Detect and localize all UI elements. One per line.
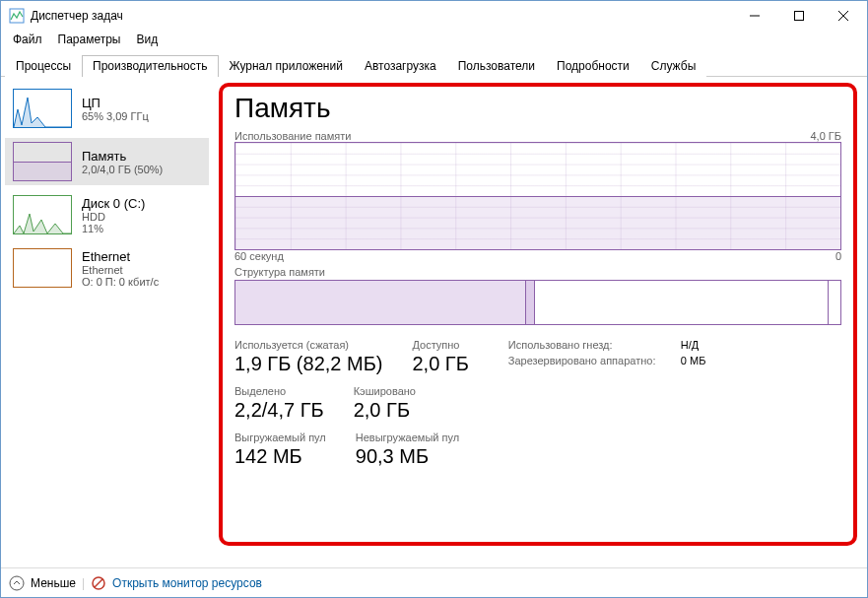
disk-sub1: HDD (82, 211, 145, 223)
paged-label: Выгружаемый пул (234, 432, 326, 443)
eth-title: Ethernet (82, 249, 159, 264)
composition-label: Структура памяти (234, 266, 325, 278)
hw-reserved-label: Зарезервировано аппаратно: (508, 355, 681, 366)
in-use-value: 1,9 ГБ (82,2 МБ) (234, 353, 382, 375)
task-manager-window: Диспетчер задач Файл Параметры Вид Проце… (0, 0, 868, 598)
svg-rect-2 (794, 12, 803, 21)
svg-line-7 (95, 579, 102, 587)
nonpaged-label: Невыгружаемый пул (356, 432, 459, 443)
in-use-label: Используется (сжатая) (234, 339, 382, 351)
menubar: Файл Параметры Вид (1, 31, 867, 50)
committed-label: Выделено (234, 385, 324, 397)
eth-sub1: Ethernet (82, 264, 159, 276)
sidebar-item-memory[interactable]: Память 2,0/4,0 ГБ (50%) (5, 138, 209, 185)
disk-title: Диск 0 (C:) (82, 196, 145, 211)
axis-right: 0 (835, 250, 841, 262)
main-panel: Память Использование памяти 4,0 ГБ 60 се… (213, 77, 867, 567)
available-label: Доступно (412, 339, 468, 351)
cpu-thumb-graph (13, 89, 72, 128)
tab-details[interactable]: Подробности (546, 55, 640, 77)
cpu-sub: 65% 3,09 ГГц (82, 110, 149, 122)
footer-separator: | (82, 576, 85, 590)
usage-chart-label: Использование памяти (234, 130, 351, 142)
memory-sub: 2,0/4,0 ГБ (50%) (82, 164, 163, 175)
highlight-region: Память Использование памяти 4,0 ГБ 60 се… (219, 83, 857, 546)
cached-label: Кэшировано (354, 385, 416, 397)
comp-standby (535, 281, 829, 324)
disk-sub2: 11% (82, 223, 145, 234)
content-area: ЦП 65% 3,09 ГГц Память 2,0/4,0 ГБ (50%) (1, 77, 867, 567)
fewer-details-icon[interactable] (9, 575, 25, 591)
cached-value: 2,0 ГБ (354, 399, 416, 422)
usage-chart-max: 4,0 ГБ (810, 130, 841, 142)
memory-thumb-graph (13, 142, 72, 181)
fewer-details-link[interactable]: Меньше (31, 576, 76, 590)
memory-usage-chart[interactable] (234, 142, 841, 250)
page-title: Память (234, 93, 841, 124)
eth-sub2: О: 0 П: 0 кбит/с (82, 276, 159, 288)
eth-thumb-graph (13, 248, 72, 288)
disk-thumb-graph (13, 195, 72, 234)
axis-left: 60 секунд (234, 250, 284, 262)
sidebar: ЦП 65% 3,09 ГГц Память 2,0/4,0 ГБ (50%) (1, 77, 213, 567)
window-controls (732, 2, 865, 30)
slots-label: Использовано гнезд: (508, 339, 681, 351)
cpu-title: ЦП (82, 96, 149, 110)
committed-value: 2,2/4,7 ГБ (234, 399, 324, 422)
comp-modified (526, 281, 535, 324)
minimize-button[interactable] (732, 2, 776, 30)
footer: Меньше | Открыть монитор ресурсов (1, 567, 867, 597)
tab-app-history[interactable]: Журнал приложений (219, 55, 354, 77)
available-value: 2,0 ГБ (412, 353, 468, 375)
memory-composition-chart[interactable] (234, 280, 841, 325)
hw-reserved-value: 0 МБ (681, 355, 706, 366)
open-resource-monitor-link[interactable]: Открыть монитор ресурсов (112, 576, 262, 590)
paged-value: 142 МБ (234, 445, 326, 468)
comp-free (829, 281, 840, 324)
window-title: Диспетчер задач (31, 9, 732, 23)
maximize-button[interactable] (776, 2, 821, 30)
tab-users[interactable]: Пользователи (447, 55, 546, 77)
sidebar-item-disk[interactable]: Диск 0 (C:) HDD 11% (5, 191, 209, 238)
sidebar-item-ethernet[interactable]: Ethernet Ethernet О: 0 П: 0 кбит/с (5, 244, 209, 292)
tabbar: Процессы Производительность Журнал прило… (1, 54, 867, 77)
titlebar: Диспетчер задач (1, 1, 867, 31)
tab-startup[interactable]: Автозагрузка (354, 55, 447, 77)
memory-usage-fill (235, 196, 840, 249)
svg-point-5 (10, 576, 24, 590)
close-button[interactable] (821, 2, 865, 30)
menu-file[interactable]: Файл (5, 31, 50, 50)
tab-processes[interactable]: Процессы (5, 55, 82, 77)
app-icon (9, 8, 25, 24)
slots-value: Н/Д (681, 339, 699, 351)
menu-options[interactable]: Параметры (50, 31, 129, 50)
nonpaged-value: 90,3 МБ (356, 445, 459, 468)
resource-monitor-icon[interactable] (91, 575, 106, 591)
tab-performance[interactable]: Производительность (82, 55, 218, 77)
memory-title: Память (82, 149, 163, 164)
comp-in-use (235, 281, 526, 324)
sidebar-item-cpu[interactable]: ЦП 65% 3,09 ГГц (5, 85, 209, 132)
menu-view[interactable]: Вид (128, 31, 166, 50)
tab-services[interactable]: Службы (640, 55, 706, 77)
